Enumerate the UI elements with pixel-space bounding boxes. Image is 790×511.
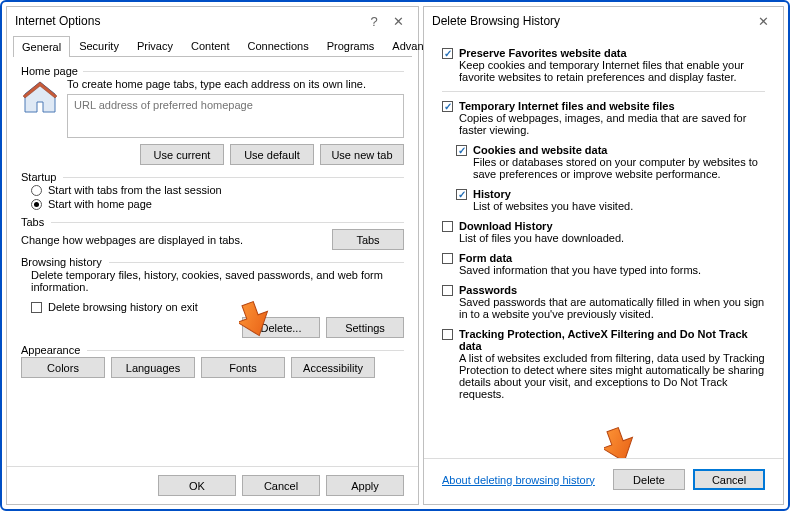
option-2[interactable]: Cookies and website dataFiles or databas… — [442, 144, 765, 180]
cancel-button[interactable]: Cancel — [693, 469, 765, 490]
checkbox-label: Delete browsing history on exit — [48, 301, 198, 313]
arrow-annotation-icon — [604, 424, 646, 458]
option-desc: List of websites you have visited. — [473, 200, 765, 212]
about-link[interactable]: About deleting browsing history — [442, 474, 595, 486]
homepage-input[interactable] — [67, 94, 404, 138]
accessibility-button[interactable]: Accessibility — [291, 357, 375, 378]
internet-options-dialog: Internet Options ? ✕ General Security Pr… — [6, 6, 419, 505]
close-button[interactable]: ✕ — [751, 14, 775, 29]
delete-on-exit-checkbox[interactable]: Delete browsing history on exit — [31, 301, 404, 313]
option-3[interactable]: HistoryList of websites you have visited… — [442, 188, 765, 212]
tabs-text: Change how webpages are displayed in tab… — [21, 234, 322, 246]
option-desc: Keep cookies and temporary Internet file… — [459, 59, 765, 83]
checkbox-icon — [456, 145, 467, 156]
tab-general[interactable]: General — [13, 36, 70, 57]
close-button[interactable]: ✕ — [386, 14, 410, 29]
cancel-button[interactable]: Cancel — [242, 475, 320, 496]
option-desc: A list of websites excluded from filteri… — [459, 352, 765, 400]
checkbox-icon — [442, 329, 453, 340]
window-title: Delete Browsing History — [432, 14, 751, 28]
use-current-button[interactable]: Use current — [140, 144, 224, 165]
delete-button[interactable]: Delete — [613, 469, 685, 490]
checkbox-icon — [442, 253, 453, 264]
startup-group: Startup Start with tabs from the last se… — [21, 171, 404, 210]
separator — [442, 91, 765, 92]
option-desc: Files or databases stored on your comput… — [473, 156, 765, 180]
option-label: History — [473, 188, 765, 200]
tab-strip: General Security Privacy Content Connect… — [13, 35, 412, 57]
browsing-history-group: Browsing history Delete temporary files,… — [21, 256, 404, 338]
option-label: Form data — [459, 252, 765, 264]
option-1[interactable]: Temporary Internet files and website fil… — [442, 100, 765, 136]
option-desc: List of files you have downloaded. — [459, 232, 765, 244]
tab-privacy[interactable]: Privacy — [128, 35, 182, 56]
option-4[interactable]: Download HistoryList of files you have d… — [442, 220, 765, 244]
checkbox-icon — [456, 189, 467, 200]
window-title: Internet Options — [15, 14, 362, 28]
svg-marker-0 — [25, 82, 55, 112]
settings-button[interactable]: Settings — [326, 317, 404, 338]
apply-button[interactable]: Apply — [326, 475, 404, 496]
checkbox-icon — [442, 48, 453, 59]
option-desc: Saved passwords that are automatically f… — [459, 296, 765, 320]
radio-label: Start with home page — [48, 198, 152, 210]
tabs-button[interactable]: Tabs — [332, 229, 404, 250]
dialog-body: Preserve Favorites website dataKeep cook… — [424, 35, 783, 458]
help-button[interactable]: ? — [362, 14, 386, 29]
option-label: Cookies and website data — [473, 144, 765, 156]
fonts-button[interactable]: Fonts — [201, 357, 285, 378]
checkbox-icon — [442, 285, 453, 296]
option-7[interactable]: Tracking Protection, ActiveX Filtering a… — [442, 328, 765, 400]
appearance-group: Appearance Colors Languages Fonts Access… — [21, 344, 404, 378]
radio-label: Start with tabs from the last session — [48, 184, 222, 196]
delete-browsing-history-dialog: Delete Browsing History ✕ Preserve Favor… — [423, 6, 784, 505]
radio-icon — [31, 185, 42, 196]
option-label: Tracking Protection, ActiveX Filtering a… — [459, 328, 765, 352]
checkbox-icon — [31, 302, 42, 313]
dialog-footer: OK Cancel Apply — [7, 466, 418, 504]
titlebar: Internet Options ? ✕ — [7, 7, 418, 35]
option-6[interactable]: PasswordsSaved passwords that are automa… — [442, 284, 765, 320]
homepage-group: Home page To create home page tabs, type… — [21, 65, 404, 165]
tab-connections[interactable]: Connections — [238, 35, 317, 56]
option-label: Download History — [459, 220, 765, 232]
languages-button[interactable]: Languages — [111, 357, 195, 378]
homepage-text: To create home page tabs, type each addr… — [67, 78, 404, 90]
home-icon — [21, 78, 59, 116]
checkbox-icon — [442, 101, 453, 112]
history-text: Delete temporary files, history, cookies… — [31, 269, 404, 293]
colors-button[interactable]: Colors — [21, 357, 105, 378]
startup-last-session-radio[interactable]: Start with tabs from the last session — [31, 184, 404, 196]
use-new-tab-button[interactable]: Use new tab — [320, 144, 404, 165]
option-label: Temporary Internet files and website fil… — [459, 100, 765, 112]
tab-security[interactable]: Security — [70, 35, 128, 56]
radio-icon — [31, 199, 42, 210]
dialog-body: Home page To create home page tabs, type… — [7, 57, 418, 466]
startup-home-page-radio[interactable]: Start with home page — [31, 198, 404, 210]
use-default-button[interactable]: Use default — [230, 144, 314, 165]
option-desc: Saved information that you have typed in… — [459, 264, 765, 276]
ok-button[interactable]: OK — [158, 475, 236, 496]
checkbox-icon — [442, 221, 453, 232]
tab-content[interactable]: Content — [182, 35, 239, 56]
titlebar: Delete Browsing History ✕ — [424, 7, 783, 35]
delete-button[interactable]: Delete... — [242, 317, 320, 338]
dialog-footer: About deleting browsing history Delete C… — [424, 458, 783, 504]
tabs-group: Tabs Change how webpages are displayed i… — [21, 216, 404, 250]
option-label: Preserve Favorites website data — [459, 47, 765, 59]
option-0[interactable]: Preserve Favorites website dataKeep cook… — [442, 47, 765, 83]
option-desc: Copies of webpages, images, and media th… — [459, 112, 765, 136]
option-label: Passwords — [459, 284, 765, 296]
option-5[interactable]: Form dataSaved information that you have… — [442, 252, 765, 276]
tab-programs[interactable]: Programs — [318, 35, 384, 56]
